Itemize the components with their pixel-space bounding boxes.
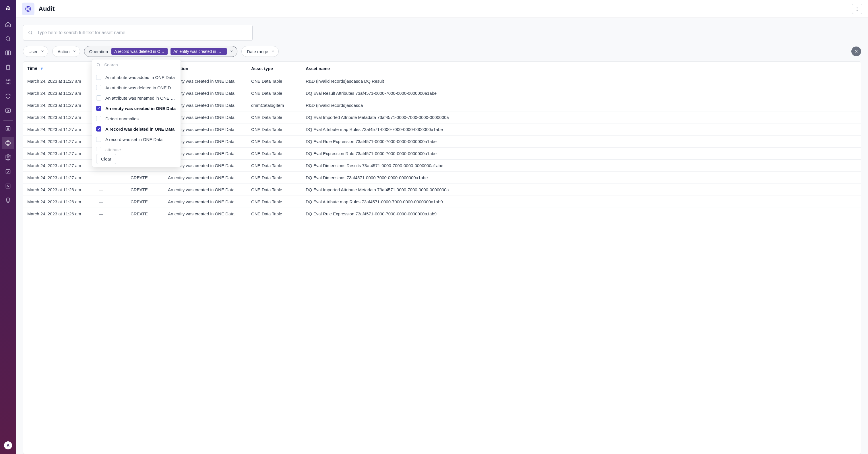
cell-time: March 24, 2023 at 11:27 am <box>23 112 95 123</box>
filter-operation-chip: An entity was created in ON… <box>170 48 227 55</box>
dropdown-option-label: A record was set in ONE Data <box>105 137 162 142</box>
list-icon <box>5 125 11 132</box>
filter-user-label: User <box>28 49 38 54</box>
sidebar-item-settings[interactable] <box>2 151 14 164</box>
schema-icon <box>5 79 11 85</box>
cell-time: March 24, 2023 at 11:27 am <box>23 99 95 112</box>
cell-time: March 24, 2023 at 11:26 am <box>23 184 95 196</box>
checkbox <box>96 95 101 100</box>
sidebar-item-book[interactable] <box>2 47 14 59</box>
page-header: Audit <box>16 0 868 18</box>
svg-point-11 <box>7 156 9 158</box>
dropdown-option-label: An attribute was deleted in ONE Data <box>105 85 177 90</box>
chevron-down-icon <box>229 49 234 54</box>
sidebar-item-list[interactable] <box>2 122 14 135</box>
dropdown-option[interactable]: An attribute was added in ONE Data <box>92 72 181 83</box>
clipboard-icon <box>5 64 11 71</box>
sidebar: a <box>0 0 16 454</box>
filter-operation[interactable]: Operation A record was deleted in ON… An… <box>84 46 237 57</box>
filter-user[interactable]: User <box>23 46 48 57</box>
home-icon <box>5 21 11 28</box>
dropdown-option-label: An attribute was added in ONE Data <box>105 75 175 80</box>
checkbox <box>96 137 101 142</box>
dropdown-option-label: A record was deleted in ONE Data <box>105 127 175 131</box>
dropdown-clear-button[interactable]: Clear <box>96 154 116 164</box>
more-actions-button[interactable] <box>852 4 862 14</box>
svg-rect-7 <box>6 109 11 113</box>
cell-asset_type: ONE Data Table <box>247 75 302 87</box>
filter-date-range[interactable]: Date range <box>241 46 279 57</box>
filter-date-range-label: Date range <box>247 49 268 54</box>
filter-bar: User Action Operation A record was delet… <box>23 46 861 57</box>
search-input[interactable] <box>37 30 248 35</box>
dropdown-option[interactable]: Detect anomalies <box>92 114 181 124</box>
table-row[interactable]: March 24, 2023 at 11:27 am—CREATEAn enti… <box>23 172 861 184</box>
dropdown-option-label: attribute <box>105 147 121 151</box>
operation-dropdown: Search An attribute was added in ONE Dat… <box>92 59 181 167</box>
cell-asset_type: dmmCatalogItem <box>247 99 302 112</box>
svg-point-3 <box>6 80 7 81</box>
cell-asset_type: ONE Data Table <box>247 208 302 220</box>
inspect-icon <box>5 108 11 114</box>
cell-time: March 24, 2023 at 11:26 am <box>23 208 95 220</box>
avatar[interactable]: A <box>4 442 12 449</box>
dropdown-option[interactable]: attribute <box>92 145 181 151</box>
sidebar-divider <box>3 120 12 121</box>
col-header-asset-type[interactable]: Asset type <box>247 62 302 75</box>
sidebar-item-check[interactable] <box>2 165 14 178</box>
page-title: Audit <box>38 5 55 12</box>
cell-asset_name: DQ Eval Imported Attribute Metadata 73af… <box>302 184 861 196</box>
sidebar-item-inspect[interactable] <box>2 104 14 117</box>
cell-time: March 24, 2023 at 11:27 am <box>23 123 95 135</box>
sidebar-item-activity[interactable] <box>2 180 14 192</box>
table-row[interactable]: March 24, 2023 at 11:26 am—CREATEAn enti… <box>23 184 861 196</box>
sidebar-item-audit[interactable] <box>2 137 14 149</box>
table-row[interactable]: March 24, 2023 at 11:26 am—CREATEAn enti… <box>23 196 861 208</box>
cell-time: March 24, 2023 at 11:26 am <box>23 196 95 208</box>
checkbox <box>96 106 101 111</box>
filter-action[interactable]: Action <box>52 46 81 57</box>
svg-point-15 <box>857 7 857 7</box>
cell-action: CREATE <box>127 208 164 220</box>
svg-rect-6 <box>9 83 10 84</box>
cell-user: — <box>95 196 127 208</box>
cell-asset_type: ONE Data Table <box>247 148 302 160</box>
svg-point-16 <box>857 8 857 9</box>
sidebar-item-shield[interactable] <box>2 90 14 102</box>
sidebar-item-home[interactable] <box>2 18 14 31</box>
cell-operation: An entity was created in ONE Data <box>164 196 247 208</box>
kebab-icon <box>855 6 860 11</box>
search-input-wrap[interactable] <box>23 25 253 41</box>
table-row[interactable]: March 24, 2023 at 11:26 am—CREATEAn enti… <box>23 208 861 220</box>
dropdown-option[interactable]: An attribute was renamed in ONE Data <box>92 93 181 103</box>
cell-action: CREATE <box>127 184 164 196</box>
dropdown-option[interactable]: A record was set in ONE Data <box>92 134 181 145</box>
dropdown-option[interactable]: A record was deleted in ONE Data <box>92 124 181 134</box>
sidebar-item-clipboard[interactable] <box>2 61 14 74</box>
col-header-asset-name[interactable]: Asset name <box>302 62 861 75</box>
cell-time: March 24, 2023 at 11:27 am <box>23 172 95 184</box>
app-logo[interactable]: a <box>6 3 10 12</box>
page-title-icon <box>22 3 34 15</box>
sidebar-item-bell[interactable] <box>2 194 14 207</box>
dropdown-search[interactable]: Search <box>92 59 181 70</box>
cell-asset_name: DQ Eval Expression Rule 73af4571-0000-70… <box>302 148 861 160</box>
cell-time: March 24, 2023 at 11:27 am <box>23 148 95 160</box>
checkbox <box>96 85 101 90</box>
svg-point-17 <box>857 10 857 11</box>
cell-asset_name: DQ Eval Dimensions Results 73af4571-0000… <box>302 160 861 172</box>
sort-desc-icon <box>40 66 45 71</box>
clear-filters-button[interactable] <box>851 47 861 56</box>
dropdown-option[interactable]: An entity was created in ONE Data <box>92 103 181 114</box>
sidebar-item-search[interactable] <box>2 32 14 45</box>
cell-time: March 24, 2023 at 11:27 am <box>23 87 95 99</box>
checkbox <box>96 116 101 121</box>
dropdown-option[interactable]: An attribute was deleted in ONE Data <box>92 83 181 93</box>
sidebar-item-schema[interactable] <box>2 75 14 88</box>
col-header-time[interactable]: Time <box>23 62 95 75</box>
gear-icon <box>5 154 11 160</box>
close-icon <box>854 49 859 54</box>
search-icon <box>96 63 101 67</box>
cell-operation: An entity was created in ONE Data <box>164 208 247 220</box>
shield-icon <box>5 93 11 99</box>
